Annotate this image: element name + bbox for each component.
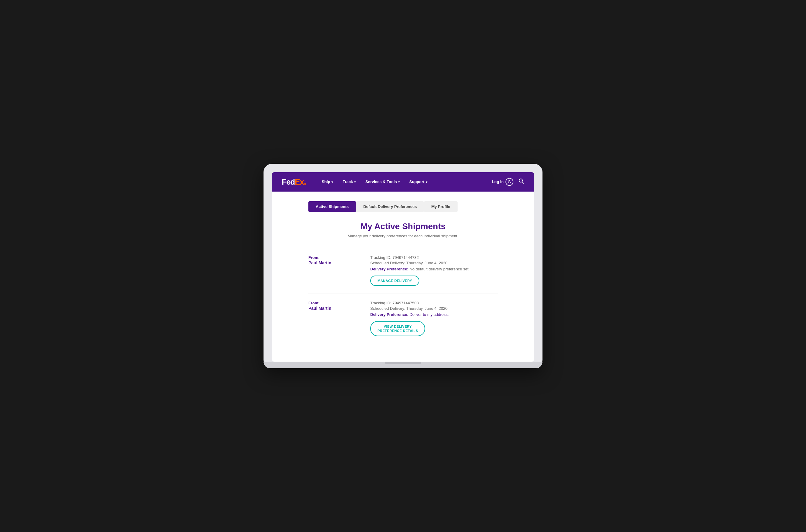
fedex-logo: FedEx. bbox=[282, 177, 306, 187]
page-heading: My Active Shipments Manage your delivery… bbox=[308, 222, 498, 238]
shipment-from-1: From: Paul Martin bbox=[308, 255, 363, 265]
from-name-2: Paul Martin bbox=[308, 306, 363, 311]
track-chevron-icon: ▾ bbox=[354, 180, 356, 184]
tabs: Active Shipments Default Delivery Prefer… bbox=[308, 201, 498, 212]
pref-label-1: Delivery Preference: bbox=[370, 267, 409, 271]
pref-value-2: Deliver to my address. bbox=[409, 312, 449, 317]
logo-dot: . bbox=[304, 177, 306, 186]
laptop-frame: FedEx. Ship ▾ Track ▾ Services & Tools ▾… bbox=[263, 164, 543, 368]
tab-default-delivery[interactable]: Default Delivery Preferences bbox=[356, 201, 424, 212]
login-button[interactable]: Log In bbox=[492, 178, 513, 186]
pref-value-1: No default delivery preference set. bbox=[409, 267, 469, 271]
from-name-1: Paul Martin bbox=[308, 260, 363, 265]
nav-support[interactable]: Support ▾ bbox=[406, 177, 431, 186]
shipment-from-2: From: Paul Martin bbox=[308, 301, 363, 311]
logo-ex: Ex bbox=[295, 177, 304, 186]
nav-track[interactable]: Track ▾ bbox=[339, 177, 359, 186]
view-delivery-button-2[interactable]: VIEW DELIVERYPREFERENCE DETAILS bbox=[370, 321, 425, 337]
tab-my-profile[interactable]: My Profile bbox=[424, 201, 457, 212]
from-label-2: From: bbox=[308, 301, 363, 305]
page-title: My Active Shipments bbox=[308, 222, 498, 231]
scheduled-delivery-2: Scheduled Delivery: Thursday, June 4, 20… bbox=[370, 306, 498, 311]
page-subtitle: Manage your delivery preferences for eac… bbox=[308, 234, 498, 238]
laptop-screen: FedEx. Ship ▾ Track ▾ Services & Tools ▾… bbox=[272, 172, 534, 362]
logo-fed: Fed bbox=[282, 177, 295, 186]
tracking-id-2: Tracking ID: 794971447503 bbox=[370, 301, 498, 305]
nav-links: Ship ▾ Track ▾ Services & Tools ▾ Suppor… bbox=[318, 177, 492, 186]
svg-line-2 bbox=[522, 182, 524, 184]
main-content: Active Shipments Default Delivery Prefer… bbox=[272, 192, 534, 362]
scheduled-delivery-1: Scheduled Delivery: Thursday, June 4, 20… bbox=[370, 261, 498, 265]
tracking-id-1: Tracking ID: 794971444732 bbox=[370, 255, 498, 260]
nav-services-tools[interactable]: Services & Tools ▾ bbox=[362, 177, 403, 186]
delivery-preference-2: Delivery Preference: Deliver to my addre… bbox=[370, 312, 498, 317]
ship-chevron-icon: ▾ bbox=[332, 180, 333, 184]
nav-actions: Log In bbox=[492, 178, 524, 186]
services-chevron-icon: ▾ bbox=[398, 180, 400, 184]
laptop-base bbox=[263, 362, 543, 368]
search-icon[interactable] bbox=[518, 178, 524, 186]
shipment-entry-1: From: Paul Martin Tracking ID: 794971444… bbox=[308, 248, 498, 293]
support-chevron-icon: ▾ bbox=[426, 180, 427, 184]
user-icon bbox=[506, 178, 513, 186]
tab-active-shipments[interactable]: Active Shipments bbox=[308, 201, 356, 212]
shipment-details-1: Tracking ID: 794971444732 Scheduled Deli… bbox=[363, 255, 498, 286]
shipment-entry-2: From: Paul Martin Tracking ID: 794971447… bbox=[308, 293, 498, 344]
nav-ship[interactable]: Ship ▾ bbox=[318, 177, 337, 186]
manage-delivery-button-1[interactable]: MANAGE DELIVERY bbox=[370, 276, 419, 286]
navbar: FedEx. Ship ▾ Track ▾ Services & Tools ▾… bbox=[272, 172, 534, 192]
delivery-preference-1: Delivery Preference: No default delivery… bbox=[370, 267, 498, 271]
shipment-details-2: Tracking ID: 794971447503 Scheduled Deli… bbox=[363, 301, 498, 337]
pref-label-2: Delivery Preference: bbox=[370, 312, 409, 317]
from-label-1: From: bbox=[308, 255, 363, 260]
svg-point-0 bbox=[509, 180, 510, 182]
